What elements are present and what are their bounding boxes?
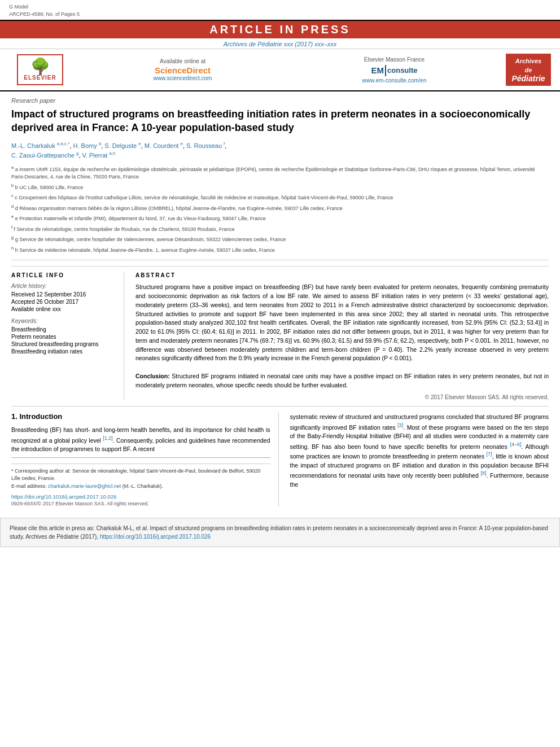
affil-g: g g Service de néonatologie, centre hosp… xyxy=(11,234,549,244)
archives-line2: de xyxy=(511,66,545,75)
affiliations: a a Inserm UMR 1153, équipe de recherche… xyxy=(11,164,549,261)
email-label: E-mail address: xyxy=(11,483,47,489)
accepted-date: Accepted 26 October 2017 xyxy=(11,299,116,305)
footnote-section: * Corresponding author at: Service de né… xyxy=(11,464,270,491)
intro-right-text: systematic review of structured and unst… xyxy=(290,412,549,489)
article-in-press-bar: ARTICLE IN PRESS xyxy=(0,21,560,38)
model-info: G Model ARCPED-4586; No. of Pages 5 xyxy=(9,3,80,18)
conclusion-label: Conclusion: xyxy=(135,373,170,379)
research-paper-label: Research paper xyxy=(11,97,549,104)
ref-1-2[interactable]: [1,2] xyxy=(103,435,113,441)
abstract-copyright: © 2017 Elsevier Masson SAS. All rights r… xyxy=(135,394,549,400)
article-info-heading: ARTICLE INFO xyxy=(11,272,116,278)
sciencedirect-url[interactable]: www.sciencedirect.com xyxy=(154,75,212,81)
article-in-press-text: ARTICLE IN PRESS xyxy=(209,23,351,36)
history-label: Article history: xyxy=(11,283,116,289)
abstract-main-text: Structured programs have a positive impa… xyxy=(135,283,549,361)
authors-line: M.-L. Charkaluk a,b,c,*, H. Bomy d, S. D… xyxy=(11,141,549,160)
affil-c-text: c Groupement des hôpitaux de l'Institut … xyxy=(15,195,393,200)
ref-8[interactable]: [8] xyxy=(480,470,486,476)
ref-3[interactable]: [3] xyxy=(397,422,403,428)
consulte-text: consulte xyxy=(387,66,417,75)
em-text: EM xyxy=(371,65,384,75)
available-online-label: Available online at xyxy=(160,58,205,64)
affil-h-text: h Service de médecine néonatale, hôpital… xyxy=(15,247,275,253)
affil-g-text: g Service de néonatologie, centre hospit… xyxy=(15,237,286,242)
intro-left-text: Breastfeeding (BF) has short- and long-t… xyxy=(11,425,270,453)
elsevier-tree-icon: 🌳 xyxy=(24,59,56,75)
email-line: E-mail address: charkaluk.marie-laure@gh… xyxy=(11,483,270,491)
email-attribution: (M.-L. Charkaluk). xyxy=(123,483,163,489)
ref-7[interactable]: [7] xyxy=(487,451,492,457)
affil-e-text: e Protection maternelle et infantile (PM… xyxy=(15,216,266,221)
archives-line3: Pédiatrie xyxy=(511,75,545,82)
article-info-abstract-section: ARTICLE INFO Article history: Received 1… xyxy=(11,266,549,400)
intro-section-number: 1. xyxy=(11,412,18,421)
model-label: G Model xyxy=(9,3,80,11)
affil-f: f f Service de néonatologie, centre hosp… xyxy=(11,224,549,234)
doi-section: https://doi.org/10.1016/j.arcped.2017.10… xyxy=(11,493,270,500)
charkaluk-affil: a,b,c,* xyxy=(57,141,70,146)
elsevier-masson-label: Elsevier Masson France xyxy=(364,56,425,63)
intro-section-title: Introduction xyxy=(19,412,62,421)
main-content: Research paper Impact of structured prog… xyxy=(0,91,560,512)
publisher-bar: 🌳 ELSEVIER Available online at ScienceDi… xyxy=(0,49,560,91)
affil-b-text: b UC Lille, 59000 Lille, France xyxy=(15,185,84,190)
emconsulte-logo: EM consulte xyxy=(371,65,418,76)
corresponding-author-note: * Corresponding author at: Service de né… xyxy=(11,468,270,483)
affil-b: b b UC Lille, 59000 Lille, France xyxy=(11,182,549,192)
intro-title: 1. Introduction xyxy=(11,412,270,421)
keyword-3: Breastfeeding initiation rates xyxy=(11,348,116,355)
ref-4-6[interactable]: [4–6] xyxy=(510,442,521,447)
zaoui-affil: g xyxy=(76,151,78,156)
introduction-left: 1. Introduction Breastfeeding (BF) has s… xyxy=(11,412,279,506)
affil-d: d d Réseau organisation mamans bébés de … xyxy=(11,203,549,213)
abstract-text: Structured programs have a positive impa… xyxy=(135,283,549,390)
top-header: G Model ARCPED-4586; No. of Pages 5 xyxy=(0,0,560,21)
sciencedirect-name[interactable]: ScienceDirect xyxy=(155,65,211,75)
affil-h: h h Service de médecine néonatale, hôpit… xyxy=(11,245,549,255)
courdent-affil: e xyxy=(180,141,182,146)
journal-subtitle: Archives de Pédiatrie xxx (2017) xxx–xxx xyxy=(0,38,560,49)
delguste-affil: e xyxy=(138,141,141,146)
affil-a: a a Inserm UMR 1153, équipe de recherche… xyxy=(11,164,549,181)
archives-logo-box: Archives de Pédiatrie xyxy=(506,54,551,86)
citation-text: Please cite this article in press as: Ch… xyxy=(10,525,548,540)
affil-d-text: d Réseau organisation mamans bébés de la… xyxy=(15,206,343,211)
author-rousseau: S. Rousseau xyxy=(186,142,222,148)
citation-bar: Please cite this article in press as: Ch… xyxy=(0,518,560,547)
received-date: Received 12 September 2016 xyxy=(11,291,116,298)
abstract-col: ABSTRACT Structured programs have a posi… xyxy=(135,272,549,400)
keyword-1: Preterm neonates xyxy=(11,334,116,340)
bomy-affil: d xyxy=(99,141,101,146)
abstract-heading: ABSTRACT xyxy=(135,272,549,278)
affil-f-text: f Service de néonatologie, centre hospit… xyxy=(14,226,235,232)
emconsulte-url[interactable]: www.em-consulte.com/en xyxy=(362,77,427,84)
introduction-section: 1. Introduction Breastfeeding (BF) has s… xyxy=(11,406,549,506)
page-container: G Model ARCPED-4586; No. of Pages 5 ARTI… xyxy=(0,0,560,747)
keyword-2: Structured breastfeeding programs xyxy=(11,341,116,347)
rousseau-affil: f xyxy=(224,141,225,146)
author-delguste: S. Delguste xyxy=(104,142,137,148)
author-charkaluk: M.-L. Charkaluk xyxy=(11,142,55,148)
keywords-label: Keywords: xyxy=(11,318,116,324)
pierrat-affil: a,h xyxy=(109,151,115,156)
affil-a-text: a Inserm UMR 1153, équipe de recherche e… xyxy=(11,167,535,180)
available-online: Available online xxx xyxy=(11,306,116,312)
sciencedirect-section: Available online at ScienceDirect www.sc… xyxy=(82,54,283,86)
email-link[interactable]: charkaluk.marie-laure@ghicl.net xyxy=(48,483,121,489)
citation-doi-link[interactable]: https://doi.org/10.1016/j.arcped.2017.10… xyxy=(100,534,211,540)
emconsulte-section: Elsevier Masson France EM consulte www.e… xyxy=(294,54,495,86)
article-id: ARCPED-4586; No. of Pages 5 xyxy=(9,11,80,18)
introduction-right: systematic review of structured and unst… xyxy=(290,412,549,506)
conclusion-text: Structured BF programs initiated in neon… xyxy=(135,373,549,388)
author-pierrat: V. Pierrat xyxy=(82,151,108,158)
elsevier-logo-box: 🌳 ELSEVIER xyxy=(17,54,63,85)
author-courdent: M. Courdent xyxy=(145,142,179,148)
journal-subtitle-text: Archives de Pédiatrie xxx (2017) xxx–xxx xyxy=(224,41,337,47)
footnote-divider xyxy=(11,457,270,458)
doi-link[interactable]: https://doi.org/10.1016/j.arcped.2017.10… xyxy=(11,493,116,500)
doi-copyright: 0929-693X/© 2017 Elsevier Masson SAS. Al… xyxy=(11,501,270,506)
archives-line1: Archives xyxy=(511,57,545,65)
affil-e: e e Protection maternelle et infantile (… xyxy=(11,213,549,223)
